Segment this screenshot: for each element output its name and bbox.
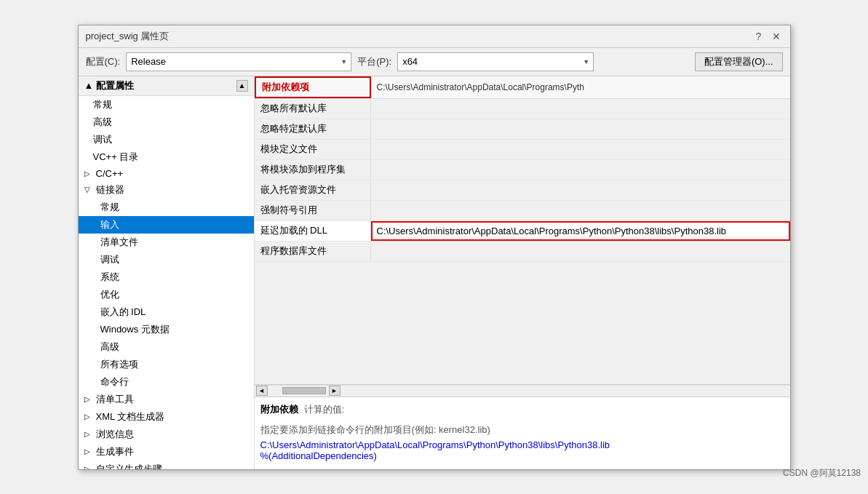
prop-value: [371, 119, 790, 139]
sidebar-item-idl[interactable]: 嵌入的 IDL: [79, 303, 254, 321]
config-select[interactable]: Release: [126, 52, 351, 71]
sidebar-title: 配置属性: [96, 79, 134, 92]
sidebar-header: ▲ 配置属性 ▲: [79, 76, 254, 96]
sidebar-item-label: 生成事件: [96, 445, 134, 458]
expand-icon: ▷: [84, 395, 93, 403]
prop-row-force-symbol[interactable]: 强制符号引用: [255, 201, 790, 221]
prop-header-row: 附加依赖项 C:\Users\Administrator\AppData\Loc…: [255, 76, 790, 99]
sidebar-item-build-events[interactable]: ▷ 生成事件: [79, 443, 254, 461]
prop-value: [371, 99, 790, 119]
info-panel: 附加依赖 计算的值: 指定要添加到链接命令行的附加项目(例如: kernel32…: [255, 397, 790, 469]
sidebar-item-winmd[interactable]: Windows 元数据: [79, 321, 254, 338]
sidebar-item-manifest[interactable]: 清单文件: [79, 234, 254, 251]
additional-dependencies-input[interactable]: [371, 221, 790, 241]
sidebar-item-manifest-tool[interactable]: ▷ 清单工具: [79, 391, 254, 408]
sidebar-item-label: 优化: [100, 288, 119, 301]
sidebar-item-general[interactable]: 常规: [79, 96, 254, 113]
prop-value: [371, 242, 790, 261]
sidebar-scroll-up[interactable]: ▲: [236, 80, 248, 92]
sidebar-item-debug[interactable]: 调试: [79, 131, 254, 148]
prop-name: 强制符号引用: [255, 201, 371, 220]
scroll-right-btn[interactable]: ►: [329, 386, 341, 396]
help-button[interactable]: ?: [752, 30, 765, 43]
sidebar-item-system[interactable]: 系统: [79, 268, 254, 286]
sidebar-item-label: 自定义生成步骤: [96, 463, 162, 469]
watermark: CSDN @阿莫12138: [783, 467, 861, 479]
sidebar-item-label: 所有选项: [100, 358, 138, 371]
expand-icon: ▷: [84, 447, 93, 455]
info-computed-value: C:\Users\Administrator\AppData\Local\Pro…: [260, 439, 784, 461]
platform-select-wrapper: x64: [397, 52, 594, 71]
sidebar-item-label: VC++ 目录: [93, 151, 139, 164]
prop-name: 程序数据库文件: [255, 242, 371, 261]
prop-name: 嵌入托管资源文件: [255, 180, 371, 200]
property-table: 附加依赖项 C:\Users\Administrator\AppData\Loc…: [255, 76, 790, 385]
prop-value: [371, 180, 790, 200]
prop-row-ignore-all[interactable]: 忽略所有默认库: [255, 99, 790, 119]
scroll-left-btn[interactable]: ◄: [256, 386, 268, 396]
sidebar-item-label: 调试: [100, 253, 119, 266]
sidebar-item-cmdline[interactable]: 命令行: [79, 373, 254, 391]
sidebar-item-label: 命令行: [100, 375, 129, 389]
main-content: ▲ 配置属性 ▲ 常规 高级 调试 VC++ 目录 ▷ C/C++ ▽: [79, 76, 790, 469]
sidebar-item-all-options[interactable]: 所有选项: [79, 356, 254, 373]
sidebar-item-label: XML 文档生成器: [96, 410, 165, 423]
prop-row-embed-resource[interactable]: 嵌入托管资源文件: [255, 180, 790, 201]
config-label: 配置(C):: [86, 55, 121, 68]
platform-label: 平台(P):: [357, 55, 391, 68]
sidebar: ▲ 配置属性 ▲ 常规 高级 调试 VC++ 目录 ▷ C/C++ ▽: [79, 76, 255, 469]
platform-select[interactable]: x64: [397, 52, 594, 71]
toolbar: 配置(C): Release 平台(P): x64 配置管理器(O)...: [79, 48, 790, 76]
sidebar-item-linker-input[interactable]: 输入: [79, 216, 254, 234]
sidebar-item-label: 常规: [93, 98, 112, 111]
sidebar-item-linker-general[interactable]: 常规: [79, 199, 254, 216]
prop-name: 忽略所有默认库: [255, 99, 371, 119]
sidebar-item-label: 高级: [100, 340, 119, 354]
sidebar-item-label: 常规: [100, 201, 119, 214]
prop-row-ignore-specific[interactable]: 忽略特定默认库: [255, 119, 790, 140]
sidebar-item-label: 调试: [93, 133, 112, 146]
sidebar-item-linker[interactable]: ▽ 链接器: [79, 181, 254, 199]
prop-name: 将模块添加到程序集: [255, 160, 371, 180]
computed-label: 计算的值:: [304, 403, 345, 416]
sidebar-item-label: 嵌入的 IDL: [100, 306, 146, 319]
sidebar-item-debug2[interactable]: 调试: [79, 251, 254, 268]
expand-icon: ▷: [84, 413, 93, 421]
prop-edit-name: 延迟加载的 DLL: [255, 221, 371, 241]
sidebar-item-label: 清单文件: [100, 236, 138, 249]
sidebar-item-label: 系统: [100, 271, 119, 284]
prop-header-value: C:\Users\Administrator\AppData\Local\Pro…: [371, 76, 790, 98]
horizontal-scrollbar: ◄ ►: [255, 385, 790, 397]
main-window: project_swig 属性页 ? ✕ 配置(C): Release 平台(P…: [78, 25, 791, 470]
config-select-wrapper: Release: [126, 52, 351, 71]
sidebar-item-label: 高级: [93, 116, 112, 129]
title-bar-controls: ? ✕: [752, 30, 783, 43]
expand-icon: ▷: [84, 430, 93, 438]
sidebar-item-xml-doc[interactable]: ▷ XML 文档生成器: [79, 408, 254, 426]
sidebar-item-label: 浏览信息: [96, 428, 134, 441]
sidebar-item-advanced[interactable]: 高级: [79, 113, 254, 131]
expand-icon: ▷: [84, 170, 93, 178]
info-title: 附加依赖: [260, 403, 298, 416]
prop-row-module-def[interactable]: 模块定义文件: [255, 140, 790, 160]
title-bar: project_swig 属性页 ? ✕: [79, 25, 790, 48]
right-panel: 附加依赖项 C:\Users\Administrator\AppData\Loc…: [255, 76, 790, 469]
prop-edit-row: 延迟加载的 DLL: [255, 221, 790, 242]
expand-icon: ▽: [84, 186, 93, 194]
window-title: project_swig 属性页: [86, 30, 170, 43]
sidebar-item-vc-dir[interactable]: VC++ 目录: [79, 148, 254, 166]
prop-value: [371, 140, 790, 159]
sidebar-item-linker-advanced[interactable]: 高级: [79, 338, 254, 356]
sidebar-expand-icon: ▲: [84, 80, 94, 91]
scroll-thumb[interactable]: [282, 387, 326, 394]
sidebar-item-label: C/C++: [96, 168, 124, 179]
sidebar-item-optimize[interactable]: 优化: [79, 286, 254, 303]
sidebar-item-label: Windows 元数据: [100, 323, 170, 336]
close-button[interactable]: ✕: [770, 30, 783, 43]
prop-row-pdb[interactable]: 程序数据库文件: [255, 242, 790, 262]
sidebar-item-browse-info[interactable]: ▷ 浏览信息: [79, 426, 254, 443]
sidebar-item-custom-build[interactable]: ▷ 自定义生成步骤: [79, 461, 254, 469]
config-manager-button[interactable]: 配置管理器(O)...: [695, 52, 783, 71]
prop-row-add-module[interactable]: 将模块添加到程序集: [255, 160, 790, 180]
sidebar-item-cpp[interactable]: ▷ C/C++: [79, 166, 254, 181]
